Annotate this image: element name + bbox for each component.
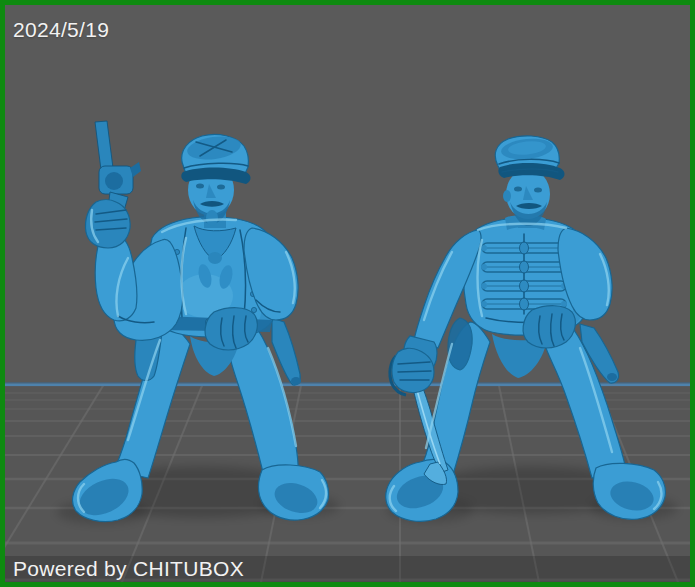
date-label: 2024/5/19 — [13, 18, 109, 42]
fig2-head — [495, 136, 564, 228]
fig1-left-arm — [95, 233, 183, 340]
model-layer — [0, 0, 695, 587]
fig1-head — [181, 133, 250, 228]
model-cavalry-rider-with-revolver[interactable] — [73, 121, 329, 522]
model-cavalry-rider-with-saber[interactable] — [386, 136, 666, 522]
watermark-text: Powered by CHITUBOX — [0, 557, 244, 581]
render-frame: 2024/5/19 Powered by CHITUBOX — [0, 0, 695, 587]
watermark-band: Powered by CHITUBOX — [0, 556, 695, 582]
